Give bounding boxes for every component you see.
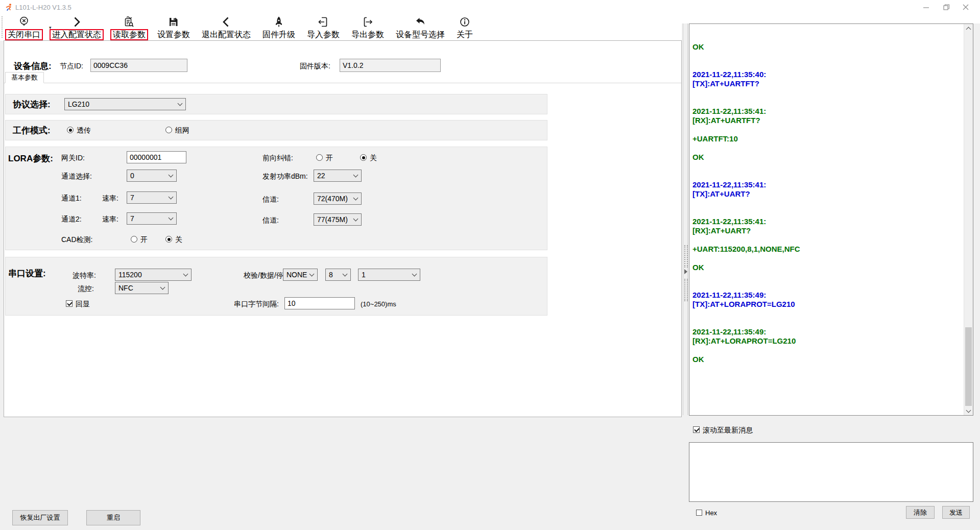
log-line xyxy=(692,125,963,134)
radio-transparent-mode[interactable] xyxy=(67,127,74,133)
close-icon[interactable] xyxy=(955,0,976,14)
parity-combo[interactable]: NONE xyxy=(283,269,318,281)
about-dropdown-caret[interactable]: ▾ xyxy=(441,31,444,35)
byte-interval-input[interactable] xyxy=(284,297,355,309)
panel-splitter[interactable] xyxy=(683,23,688,415)
toolbar-button-set-params[interactable]: 设置参数 xyxy=(155,14,193,40)
radio-transparent-label: 透传 xyxy=(77,126,91,135)
radio-network-mode[interactable] xyxy=(165,127,172,133)
toolbar-button-label: 进入配置状态 xyxy=(50,29,104,40)
send-input[interactable] xyxy=(689,442,973,502)
radio-cad-off[interactable] xyxy=(165,236,172,243)
log-line: 2021-11-22,11:35:49: xyxy=(692,291,963,300)
log-line xyxy=(692,171,963,180)
splitter-collapse-icon[interactable] xyxy=(684,269,687,274)
toolbar-button-device-model-select[interactable]: 设备型号选择 xyxy=(393,14,447,40)
gateway-id-label: 网关ID: xyxy=(61,154,85,163)
log-scrollbar[interactable] xyxy=(964,24,973,415)
radio-fec-on[interactable] xyxy=(316,154,323,161)
channel2-rate-combo[interactable]: 7 xyxy=(127,212,177,225)
firmware-label: 固件版本: xyxy=(300,62,330,71)
echo-label: 回显 xyxy=(76,300,90,309)
firmware-field[interactable] xyxy=(340,59,441,72)
back-arrow-icon xyxy=(414,14,427,29)
factory-reset-button[interactable]: 恢复出厂设置 xyxy=(12,510,68,525)
radio-cad-on[interactable] xyxy=(131,236,137,243)
log-line xyxy=(692,346,963,355)
toolbar-grip[interactable] xyxy=(2,16,3,38)
channel-select-combo[interactable]: 0 xyxy=(127,170,177,182)
toolbar-button-about[interactable]: 关于 xyxy=(454,14,475,40)
toolbar-button-close-port[interactable]: 关闭串口 xyxy=(5,14,43,40)
title-bar: L101-L-H20 V1.3.5 xyxy=(0,0,980,14)
stop-bits-combo[interactable]: 1 xyxy=(358,269,420,281)
hex-label: Hex xyxy=(705,509,717,517)
channel-select-label: 通道选择: xyxy=(61,172,92,181)
radio-fec-off-label: 关 xyxy=(370,154,377,163)
log-line xyxy=(692,98,963,107)
scroll-latest-checkbox[interactable] xyxy=(693,426,700,433)
channel1-channel-label: 信道: xyxy=(262,195,279,204)
toolbar-button-enter-config[interactable]: 进入配置状态 xyxy=(50,14,104,40)
log-line xyxy=(692,254,963,263)
channel2-rate-label: 速率: xyxy=(102,215,118,224)
channel2-channel-combo[interactable]: 77(475M) xyxy=(314,213,362,226)
hex-checkbox[interactable] xyxy=(696,510,702,516)
scroll-down-button[interactable] xyxy=(964,406,973,415)
baud-combo[interactable]: 115200 xyxy=(115,269,192,281)
channel1-rate-combo[interactable]: 7 xyxy=(127,191,177,204)
radio-fec-off[interactable] xyxy=(360,154,367,161)
log-output[interactable]: OK 2021-11-22,11:35:40:[TX]:AT+UARTFT? 2… xyxy=(689,23,973,416)
echo-checkbox[interactable] xyxy=(66,300,73,307)
reboot-button[interactable]: 重启 xyxy=(86,510,140,525)
node-id-field[interactable] xyxy=(90,59,187,72)
log-line xyxy=(692,309,963,318)
toolbar-button-export-params[interactable]: 导出参数 xyxy=(349,14,387,40)
scrollbar-thumb[interactable] xyxy=(965,327,972,406)
toolbar-button-exit-config[interactable]: 退出配置状态 xyxy=(199,14,253,40)
port-dropdown-caret[interactable]: ▾ xyxy=(49,26,52,30)
tx-power-label: 发射功率dBm: xyxy=(262,172,308,181)
log-line: [TX]:AT+UART? xyxy=(692,189,963,199)
minimize-button[interactable] xyxy=(916,0,936,14)
clear-button[interactable]: 清除 xyxy=(906,506,935,519)
fec-label: 前向纠错: xyxy=(262,154,293,163)
radio-network-label: 组网 xyxy=(175,126,189,135)
protocol-select[interactable]: LG210 xyxy=(64,98,186,110)
scroll-up-button[interactable] xyxy=(964,24,973,33)
protocol-label: 协议选择: xyxy=(13,99,51,110)
log-lines: OK 2021-11-22,11:35:40:[TX]:AT+UARTFT? 2… xyxy=(692,24,963,364)
toolbar: 关闭串口 进入配置状态 读取参数 xyxy=(5,14,475,41)
byte-interval-hint: (10~250)ms xyxy=(361,300,396,308)
tx-power-combo[interactable]: 22 xyxy=(314,170,362,182)
baud-label: 波特率: xyxy=(73,271,96,280)
lora-label: LORA参数: xyxy=(8,153,53,164)
log-line: OK xyxy=(692,42,963,52)
rocket-icon xyxy=(272,14,285,29)
log-line: OK xyxy=(692,153,963,162)
serial-label: 串口设置: xyxy=(8,268,46,279)
app-icon xyxy=(5,3,13,13)
export-icon xyxy=(361,14,374,29)
tab-basic-params[interactable]: 基本参数 xyxy=(5,72,44,83)
log-line: [RX]:AT+UARTFT? xyxy=(692,116,963,125)
toolbar-button-import-params[interactable]: 导入参数 xyxy=(304,14,342,40)
send-button[interactable]: 发送 xyxy=(942,506,970,519)
protocol-value: LG210 xyxy=(68,100,185,108)
scroll-latest-label: 滚动至最新消息 xyxy=(703,426,753,435)
gateway-id-input[interactable] xyxy=(127,151,186,163)
log-line xyxy=(692,281,963,291)
toolbar-button-label: 导出参数 xyxy=(349,29,387,40)
restore-button[interactable] xyxy=(936,0,957,14)
log-line: 2021-11-22,11:35:41: xyxy=(692,180,963,189)
data-bits-combo[interactable]: 8 xyxy=(325,269,351,281)
save-icon xyxy=(167,14,180,29)
close-port-icon xyxy=(17,14,31,29)
flow-combo[interactable]: NFC xyxy=(115,282,169,294)
toolbar-button-firmware-upgrade[interactable]: 固件升级 xyxy=(260,14,298,40)
window-title: L101-L-H20 V1.3.5 xyxy=(15,4,71,11)
channel1-channel-combo[interactable]: 72(470M) xyxy=(314,192,362,205)
toolbar-button-read-params[interactable]: 读取参数 xyxy=(110,14,148,40)
log-line: 2021-11-22,11:35:41: xyxy=(692,217,963,226)
channel1-label: 通道1: xyxy=(61,194,82,203)
